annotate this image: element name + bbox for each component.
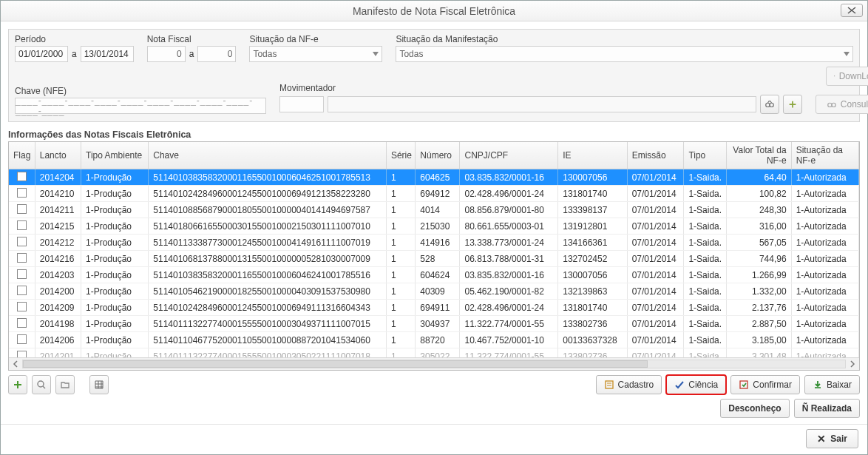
cell-valor: 567,05 — [727, 235, 791, 251]
scroll-track[interactable] — [22, 360, 846, 368]
row-checkbox[interactable] — [17, 237, 27, 246]
sair-label: Sair — [830, 434, 847, 444]
cell-emissao: 07/01/2014 — [627, 202, 684, 218]
cell-situacao: 1-Autorizada — [791, 316, 858, 332]
col-situacao-header[interactable]: Situação da NF-e — [791, 142, 858, 169]
row-checkbox[interactable] — [17, 204, 27, 214]
cell-serie: 1 — [386, 267, 415, 283]
row-checkbox[interactable] — [17, 318, 27, 328]
cell-situacao: 1-Autorizada — [791, 300, 858, 316]
chave-nfe-input[interactable]: ____-____-____-____-____-____-____-____-… — [15, 98, 266, 114]
cadastro-button[interactable]: Cadastro — [596, 375, 662, 394]
col-tipo-header[interactable]: Tipo — [684, 142, 727, 169]
cell-ie: 131912801 — [558, 218, 627, 235]
consultar-button[interactable]: Consultar — [816, 95, 868, 114]
baixar-label: Baixar — [827, 380, 852, 390]
col-ie-header[interactable]: IE — [558, 142, 627, 169]
table-row[interactable]: 20142111-Produção51140108856879000180550… — [9, 202, 859, 218]
view-button[interactable] — [32, 375, 51, 394]
search-button[interactable] — [760, 95, 779, 114]
close-window-button[interactable] — [841, 4, 863, 17]
col-flag-header[interactable]: Flag — [9, 142, 35, 169]
clear-button[interactable] — [783, 95, 802, 114]
nrealizada-button[interactable]: Ñ Realizada — [794, 399, 860, 418]
table-row[interactable]: 20142101-Produção51140102428496000124550… — [9, 186, 859, 202]
cell-lancto: 2014210 — [35, 186, 81, 202]
table-row[interactable]: 20142121-Produção51140113338773000124550… — [9, 235, 859, 251]
table-row[interactable]: 20142041-Produção51140103835832000116550… — [9, 169, 859, 186]
cell-tipo: 1-Saida. — [684, 202, 727, 218]
table-row[interactable]: 20142011-Produção51140111322774000155550… — [9, 348, 859, 357]
row-checkbox[interactable] — [17, 302, 27, 311]
download-button[interactable]: DownLoad — [826, 67, 868, 86]
table-row[interactable]: 20142091-Produção51140102428496000124550… — [9, 300, 859, 316]
periodo-to-input[interactable] — [81, 46, 134, 62]
nota-fiscal-group: Nota Fiscal a — [147, 34, 237, 62]
nf-from-input[interactable] — [147, 46, 186, 62]
row-checkbox[interactable] — [17, 351, 27, 357]
cell-ambiente: 1-Produção — [81, 251, 149, 267]
col-valor-header[interactable]: Valor Total da NF-e — [727, 142, 791, 169]
manifestacao-combo[interactable]: Todas — [396, 46, 853, 62]
col-chave-header[interactable]: Chave — [149, 142, 387, 169]
col-lancto-header[interactable]: Lancto — [35, 142, 81, 169]
situacao-nfe-combo[interactable]: Todas — [249, 46, 382, 62]
table-row[interactable]: 20142031-Produção51140103835832000116550… — [9, 267, 859, 283]
table-row[interactable]: 20142001-Produção51140105462190000182550… — [9, 283, 859, 300]
cell-lancto: 2014215 — [35, 218, 81, 235]
cell-cnpj: 08.856.879/0001-80 — [460, 202, 558, 218]
row-checkbox[interactable] — [17, 334, 27, 344]
grid-options-button[interactable] — [89, 375, 109, 394]
cell-emissao: 07/01/2014 — [627, 235, 684, 251]
cell-lancto: 2014206 — [35, 332, 81, 348]
periodo-from-input[interactable] — [15, 46, 68, 62]
baixar-button[interactable]: Baixar — [804, 375, 860, 394]
desconheco-button[interactable]: Desconheço — [720, 399, 789, 418]
row-checkbox[interactable] — [17, 253, 27, 263]
table-row[interactable]: 20142061-Produção51140110467752000110550… — [9, 332, 859, 348]
cell-tipo: 1-Saida. — [684, 332, 727, 348]
col-emissao-header[interactable]: Emissão — [627, 142, 684, 169]
chevron-down-icon — [373, 52, 379, 56]
cell-numero: 215030 — [416, 218, 460, 235]
add-button[interactable] — [8, 375, 27, 394]
sair-button[interactable]: ✕ Sair — [806, 429, 858, 448]
cell-serie: 1 — [386, 251, 415, 267]
col-ambiente-header[interactable]: Tipo Ambiente — [81, 142, 149, 169]
cell-serie: 1 — [386, 169, 415, 186]
check-icon — [674, 380, 685, 390]
periodo-label: Período — [15, 34, 134, 44]
col-cnpj-header[interactable]: CNPJ/CPF — [460, 142, 558, 169]
cell-valor: 64,40 — [727, 169, 791, 186]
grid-section-title: Informações das Notas Fiscais Eletrônica — [8, 129, 860, 140]
scroll-right-button[interactable] — [847, 359, 858, 369]
cell-numero: 305022 — [416, 348, 460, 357]
col-serie-header[interactable]: Série — [386, 142, 415, 169]
table-row[interactable]: 20141981-Produção51140111322774000155550… — [9, 316, 859, 332]
manifestacao-value: Todas — [399, 49, 423, 59]
scroll-thumb[interactable] — [23, 360, 648, 368]
movimentador-code-input[interactable] — [279, 96, 324, 112]
confirmar-button[interactable]: Confirmar — [730, 375, 800, 394]
cell-cnpj: 11.322.774/0001-55 — [460, 348, 558, 357]
cell-emissao: 07/01/2014 — [627, 332, 684, 348]
col-numero-header[interactable]: Número — [416, 142, 460, 169]
ciencia-button[interactable]: Ciência — [666, 375, 726, 394]
cell-emissao: 07/01/2014 — [627, 251, 684, 267]
nota-fiscal-label: Nota Fiscal — [147, 34, 237, 44]
cell-cnpj: 13.338.773/0001-24 — [460, 235, 558, 251]
horizontal-scrollbar[interactable] — [9, 357, 859, 370]
row-checkbox[interactable] — [17, 172, 27, 181]
nf-to-input[interactable] — [197, 46, 236, 62]
table-row[interactable]: 20142161-Produção51140106813788000131550… — [9, 251, 859, 267]
row-checkbox[interactable] — [17, 220, 27, 230]
cell-numero: 604624 — [416, 267, 460, 283]
cell-lancto: 2014212 — [35, 235, 81, 251]
scroll-left-button[interactable] — [10, 359, 21, 369]
row-checkbox[interactable] — [17, 188, 27, 198]
table-row[interactable]: 20142151-Produção51140180661655000301550… — [9, 218, 859, 235]
row-checkbox[interactable] — [17, 286, 27, 295]
cell-numero: 40309 — [416, 283, 460, 300]
open-button[interactable] — [55, 375, 75, 394]
row-checkbox[interactable] — [17, 269, 27, 279]
